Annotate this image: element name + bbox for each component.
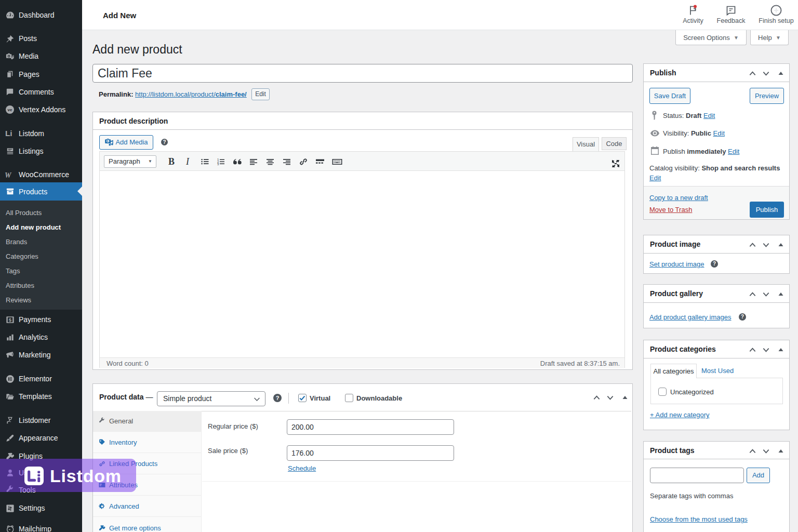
svg-text:$: $ [8,317,11,323]
svg-text:3: 3 [217,163,219,166]
svg-text:ve: ve [8,108,12,112]
svg-text:W: W [5,171,12,179]
svg-text:Li: Li [5,129,12,138]
